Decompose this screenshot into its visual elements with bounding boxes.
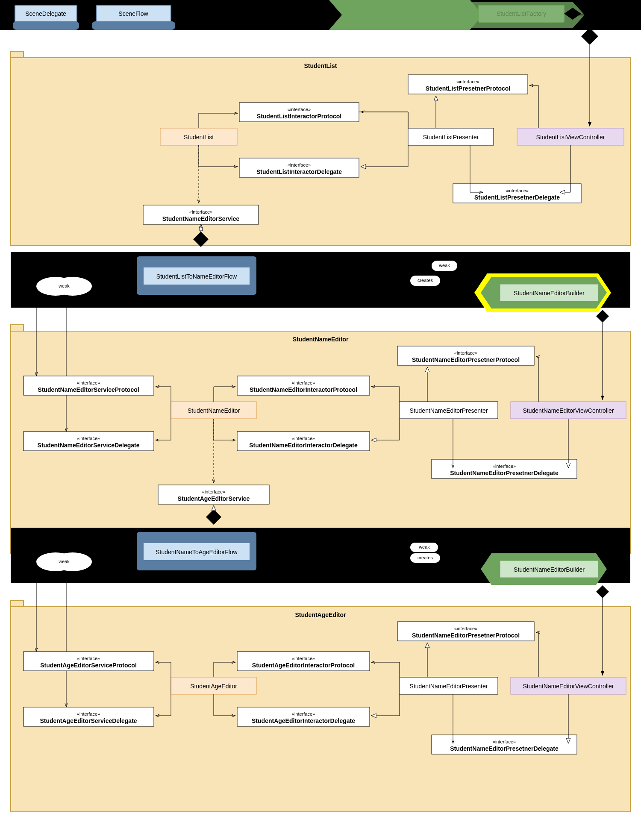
scene-flow-label: SceneFlow <box>118 10 148 17</box>
svg-text:StudentNameEditorViewControlle: StudentNameEditorViewController <box>523 683 614 690</box>
package-student-list <box>11 58 630 246</box>
svg-text:StudentAgeEditor: StudentAgeEditor <box>190 683 237 690</box>
svg-text:StudentListViewController: StudentListViewController <box>536 134 605 141</box>
svg-text:StudentListPresenter: StudentListPresenter <box>423 134 479 141</box>
svg-text:weak: weak <box>58 283 70 288</box>
svg-text:«interface»: «interface» <box>288 107 311 112</box>
svg-text:«interface»: «interface» <box>493 739 516 744</box>
svg-text:«interface»: «interface» <box>292 436 315 441</box>
svg-text:«interface»: «interface» <box>292 656 315 661</box>
svg-text:StudentNameEditorPresetnerDele: StudentNameEditorPresetnerDelegate <box>450 470 559 476</box>
svg-text:StudentNameEditorServiceProtoc: StudentNameEditorServiceProtocol <box>38 386 139 393</box>
svg-text:creates: creates <box>418 555 433 560</box>
svg-rect-1 <box>13 21 79 30</box>
package-student-list-title: StudentList <box>304 62 337 69</box>
svg-text:StudentNameEditorPresetnerProt: StudentNameEditorPresetnerProtocol <box>412 632 520 639</box>
svg-text:StudentListInteractorDelegate: StudentListInteractorDelegate <box>256 168 342 175</box>
svg-text:StudentListPresetnerDelegate: StudentListPresetnerDelegate <box>474 194 560 201</box>
svg-text:StudentNameEditorBuilder: StudentNameEditorBuilder <box>514 290 585 297</box>
svg-text:StudentNameEditorViewControlle: StudentNameEditorViewController <box>523 407 614 414</box>
svg-text:«interface»: «interface» <box>456 79 479 84</box>
svg-text:StudentListInteractorProtocol: StudentListInteractorProtocol <box>257 113 341 120</box>
svg-text:«interface»: «interface» <box>454 350 477 355</box>
svg-text:«interface»: «interface» <box>454 626 477 631</box>
svg-text:StudentNameEditorInteractorPro: StudentNameEditorInteractorProtocol <box>250 386 357 393</box>
svg-text:weak: weak <box>438 263 450 268</box>
svg-text:StudentNameEditorPresenter: StudentNameEditorPresenter <box>410 407 488 414</box>
svg-text:StudentAgeEditorServiceDelegat: StudentAgeEditorServiceDelegate <box>40 717 137 724</box>
svg-rect-3 <box>11 51 24 58</box>
svg-text:StudentNameEditor: StudentNameEditor <box>188 407 240 414</box>
package-name-editor-title: StudentNameEditor <box>293 336 349 343</box>
svg-text:StudentNameEditorPresetnerDele: StudentNameEditorPresetnerDelegate <box>450 745 559 752</box>
svg-text:StudentListPresetnerProtocol: StudentListPresetnerProtocol <box>426 85 510 92</box>
svg-text:«interface»: «interface» <box>202 489 225 494</box>
svg-text:StudentNameEditorBuilder: StudentNameEditorBuilder <box>514 566 585 573</box>
svg-text:StudentAgeEditorInteractorProt: StudentAgeEditorInteractorProtocol <box>252 662 355 669</box>
svg-text:weak: weak <box>58 559 70 564</box>
svg-text:StudentList: StudentList <box>184 134 214 141</box>
svg-text:«interface»: «interface» <box>506 188 529 193</box>
svg-text:«interface»: «interface» <box>77 436 100 441</box>
package-age-editor-title: StudentAgeEditor <box>295 611 347 618</box>
svg-text:StudentAgeEditorService: StudentAgeEditorService <box>178 495 250 502</box>
svg-text:«interface»: «interface» <box>77 711 100 717</box>
svg-text:StudentListToNameEditorFlow: StudentListToNameEditorFlow <box>156 273 237 280</box>
svg-rect-99 <box>11 600 24 607</box>
svg-rect-45 <box>11 325 24 331</box>
svg-text:StudentNameEditorPresenter: StudentNameEditorPresenter <box>410 683 488 690</box>
svg-text:StudentAgeEditorInteractorDele: StudentAgeEditorInteractorDelegate <box>252 717 355 724</box>
svg-text:StudentNameToAgeEditorFlow: StudentNameToAgeEditorFlow <box>156 549 238 555</box>
svg-text:«interface»: «interface» <box>77 656 100 661</box>
scene-delegate-label: SceneDelegate <box>25 10 66 17</box>
svg-text:StudentNameEditorPresetnerProt: StudentNameEditorPresetnerProtocol <box>412 356 520 363</box>
svg-text:StudentNameEditorInteractorDel: StudentNameEditorInteractorDelegate <box>249 442 358 449</box>
svg-text:weak: weak <box>418 544 430 549</box>
svg-text:creates: creates <box>418 278 433 283</box>
svg-text:StudentAgeEditorServiceProtoco: StudentAgeEditorServiceProtocol <box>40 662 137 669</box>
svg-text:«interface»: «interface» <box>288 162 311 167</box>
svg-text:StudentNameEditorServiceDelega: StudentNameEditorServiceDelegate <box>38 442 140 449</box>
diagram-canvas: SceneDelegate SceneFlow StudentListFacto… <box>0 0 641 840</box>
svg-rect-2 <box>92 21 175 30</box>
svg-text:«interface»: «interface» <box>292 380 315 385</box>
svg-text:StudentNameEditorService: StudentNameEditorService <box>162 215 240 222</box>
svg-text:«interface»: «interface» <box>292 711 315 717</box>
svg-text:«interface»: «interface» <box>493 464 516 469</box>
svg-text:«interface»: «interface» <box>189 209 212 214</box>
svg-text:«interface»: «interface» <box>77 380 100 385</box>
